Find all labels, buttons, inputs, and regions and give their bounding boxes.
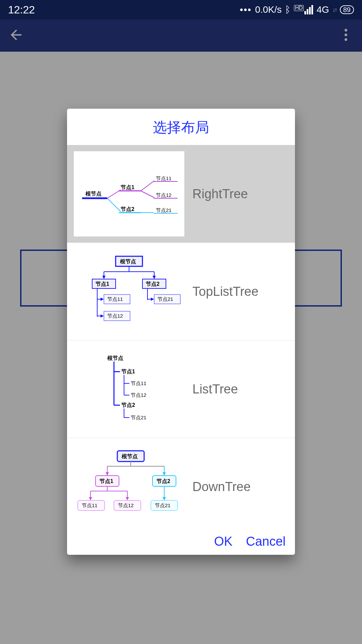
layout-option-listtree[interactable]: 根节点 节点1 节点11 节点12 节点2 [67,340,295,438]
status-bar: 12:22 ••• 0.0K/s ᛒ HD 4G ↓↑ 89 [0,0,362,19]
status-speed: 0.0K/s [255,4,282,15]
svg-text:节点12: 节点12 [131,392,146,398]
layout-options-list: 根节点 节点1 节点11 节点12 [67,145,295,528]
svg-text:节点21: 节点21 [156,207,172,213]
modal-scrim[interactable]: 选择布局 根节点 节点1 节点11 [0,19,362,644]
signal-icon [304,5,313,14]
svg-text:节点1: 节点1 [121,369,135,375]
svg-text:节点2: 节点2 [121,402,135,408]
battery-icon: 89 [340,5,354,14]
layout-option-righttree[interactable]: 根节点 节点1 节点11 节点12 [67,145,295,243]
network-type: 4G [316,4,329,15]
dialog-actions: OK Cancel [67,528,295,555]
status-more-icon: ••• [240,4,251,15]
svg-text:节点11: 节点11 [156,175,172,181]
righttree-thumbnail: 根节点 节点1 节点11 节点12 [74,151,184,236]
svg-text:节点12: 节点12 [107,313,123,319]
svg-text:节点11: 节点11 [131,380,146,386]
listtree-thumbnail: 根节点 节点1 节点11 节点12 节点2 [74,346,184,432]
svg-text:节点11: 节点11 [82,502,98,508]
svg-text:根节点: 根节点 [107,355,123,361]
layout-option-toplisttree[interactable]: 根节点 节点1 节点2 [67,243,295,340]
layout-option-label: RightTree [192,187,248,201]
ok-button[interactable]: OK [214,534,233,549]
cancel-button[interactable]: Cancel [246,534,286,549]
bluetooth-icon: ᛒ [285,4,291,15]
svg-text:节点1: 节点1 [95,281,109,287]
svg-text:节点12: 节点12 [118,502,134,508]
svg-text:节点21: 节点21 [155,502,171,508]
choose-layout-dialog: 选择布局 根节点 节点1 节点11 [67,109,295,555]
svg-text:节点2: 节点2 [156,478,170,484]
svg-text:节点21: 节点21 [131,415,146,420]
svg-text:根节点: 根节点 [85,191,102,197]
layout-option-label: TopListTree [192,284,258,299]
dialog-title: 选择布局 [67,109,295,145]
downtree-thumbnail: 根节点 节点1 节点11 节点12 [74,444,184,528]
layout-option-downtree[interactable]: 根节点 节点1 节点11 节点12 [67,438,295,528]
data-arrows-icon: ↓↑ [333,6,337,13]
toplisttree-thumbnail: 根节点 节点1 节点2 [74,249,184,334]
svg-text:节点12: 节点12 [156,192,172,198]
status-time: 12:22 [8,4,35,16]
layout-option-label: DownTree [192,480,251,494]
svg-text:根节点: 根节点 [121,453,138,460]
svg-text:节点2: 节点2 [120,206,134,212]
svg-text:节点11: 节点11 [107,296,123,302]
svg-text:节点1: 节点1 [99,478,113,484]
svg-text:节点1: 节点1 [120,184,134,191]
svg-text:节点21: 节点21 [158,296,173,302]
layout-option-label: ListTree [192,382,238,396]
hd-icon: HD [294,5,304,11]
svg-text:根节点: 根节点 [120,259,136,265]
svg-text:节点2: 节点2 [145,281,160,287]
